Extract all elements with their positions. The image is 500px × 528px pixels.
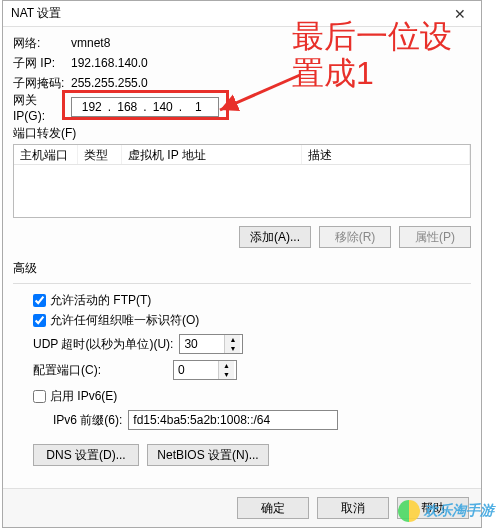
subnet-ip-label: 子网 IP:: [13, 55, 71, 72]
col-vm-ip[interactable]: 虚拟机 IP 地址: [122, 145, 302, 164]
network-label: 网络:: [13, 35, 71, 52]
cancel-button[interactable]: 取消: [317, 497, 389, 519]
port-forward-buttons: 添加(A)... 移除(R) 属性(P): [13, 226, 471, 248]
subnet-mask-label: 子网掩码:: [13, 75, 71, 92]
ipv6-prefix-row: IPv6 前缀(6):: [53, 408, 471, 432]
subnet-mask-value: 255.255.255.0: [71, 76, 148, 90]
allow-active-ftp-checkbox[interactable]: [33, 294, 46, 307]
spin-down-icon[interactable]: ▼: [219, 370, 234, 379]
netbios-settings-button[interactable]: NetBIOS 设置(N)...: [147, 444, 269, 466]
titlebar: NAT 设置 ✕: [3, 1, 481, 27]
nat-settings-dialog: NAT 设置 ✕ 网络: vmnet8 子网 IP: 192.168.140.0…: [2, 0, 482, 528]
window-title: NAT 设置: [11, 5, 447, 22]
properties-button: 属性(P): [399, 226, 471, 248]
enable-ipv6-label: 启用 IPv6(E): [50, 388, 117, 405]
udp-timeout-input[interactable]: [180, 335, 224, 353]
content-area: 网络: vmnet8 子网 IP: 192.168.140.0 子网掩码: 25…: [3, 27, 481, 488]
add-button[interactable]: 添加(A)...: [239, 226, 311, 248]
gateway-octet-3[interactable]: 140: [147, 100, 179, 114]
config-port-label: 配置端口(C):: [33, 362, 167, 379]
allow-any-oui-checkbox[interactable]: [33, 314, 46, 327]
gateway-ip-input[interactable]: 192 . 168 . 140 . 1: [71, 97, 219, 117]
port-forward-list[interactable]: 主机端口 类型 虚拟机 IP 地址 描述: [13, 144, 471, 218]
network-row: 网络: vmnet8: [13, 33, 471, 53]
config-port-input[interactable]: [174, 361, 218, 379]
udp-timeout-label: UDP 超时(以秒为单位)(U):: [33, 336, 173, 353]
close-icon[interactable]: ✕: [447, 1, 473, 27]
spin-down-icon[interactable]: ▼: [225, 344, 240, 353]
gateway-label: 网关 IP(G):: [13, 92, 71, 123]
subnet-ip-value: 192.168.140.0: [71, 56, 148, 70]
subnet-mask-row: 子网掩码: 255.255.255.0: [13, 73, 471, 93]
network-value: vmnet8: [71, 36, 110, 50]
enable-ipv6-row: 启用 IPv6(E): [33, 386, 471, 406]
allow-any-oui-label: 允许任何组织唯一标识符(O): [50, 312, 199, 329]
ipv6-prefix-label: IPv6 前缀(6):: [53, 412, 122, 429]
config-port-row: 配置端口(C): ▲ ▼: [33, 358, 471, 382]
enable-ipv6-checkbox[interactable]: [33, 390, 46, 403]
advanced-heading: 高级: [13, 260, 471, 277]
dialog-footer: 确定 取消 帮助: [3, 488, 481, 527]
allow-any-oui-row: 允许任何组织唯一标识符(O): [33, 310, 471, 330]
allow-active-ftp-label: 允许活动的 FTP(T): [50, 292, 151, 309]
udp-timeout-row: UDP 超时(以秒为单位)(U): ▲ ▼: [33, 332, 471, 356]
col-host-port[interactable]: 主机端口: [14, 145, 78, 164]
ok-button[interactable]: 确定: [237, 497, 309, 519]
port-forward-heading: 端口转发(F): [13, 125, 471, 142]
allow-active-ftp-row: 允许活动的 FTP(T): [33, 290, 471, 310]
port-forward-header: 主机端口 类型 虚拟机 IP 地址 描述: [14, 145, 470, 165]
ipv6-prefix-input[interactable]: [128, 410, 338, 430]
col-desc[interactable]: 描述: [302, 145, 470, 164]
col-type[interactable]: 类型: [78, 145, 122, 164]
subnet-ip-row: 子网 IP: 192.168.140.0: [13, 53, 471, 73]
spin-up-icon[interactable]: ▲: [225, 335, 240, 344]
spin-up-icon[interactable]: ▲: [219, 361, 234, 370]
dns-netbios-row: DNS 设置(D)... NetBIOS 设置(N)...: [33, 444, 471, 466]
gateway-octet-1[interactable]: 192: [76, 100, 108, 114]
gateway-octet-2[interactable]: 168: [112, 100, 144, 114]
dns-settings-button[interactable]: DNS 设置(D)...: [33, 444, 139, 466]
help-button[interactable]: 帮助: [397, 497, 469, 519]
udp-timeout-spinner[interactable]: ▲ ▼: [179, 334, 243, 354]
divider: [13, 283, 471, 284]
gateway-octet-4[interactable]: 1: [183, 100, 215, 114]
remove-button: 移除(R): [319, 226, 391, 248]
config-port-spinner[interactable]: ▲ ▼: [173, 360, 237, 380]
gateway-row: 网关 IP(G): 192 . 168 . 140 . 1: [13, 95, 471, 119]
